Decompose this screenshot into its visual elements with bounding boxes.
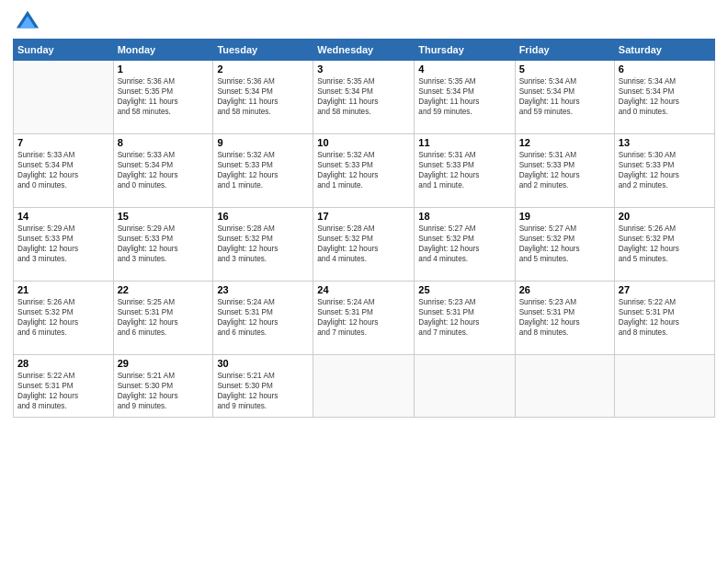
calendar-page: SundayMondayTuesdayWednesdayThursdayFrid… — [0, 0, 728, 563]
day-number: 2 — [217, 63, 309, 75]
day-info: Sunrise: 5:21 AMSunset: 5:30 PMDaylight:… — [118, 371, 210, 411]
day-number: 16 — [217, 211, 309, 222]
calendar-cell: 23Sunrise: 5:24 AMSunset: 5:31 PMDayligh… — [213, 282, 313, 355]
day-info: Sunrise: 5:32 AMSunset: 5:33 PMDaylight:… — [217, 150, 309, 190]
calendar-cell — [515, 355, 614, 418]
day-info: Sunrise: 5:28 AMSunset: 5:32 PMDaylight:… — [317, 224, 410, 264]
calendar-cell: 6Sunrise: 5:34 AMSunset: 5:34 PMDaylight… — [614, 61, 714, 134]
calendar-cell — [14, 61, 114, 134]
day-info: Sunrise: 5:26 AMSunset: 5:32 PMDaylight:… — [17, 297, 109, 338]
day-number: 21 — [17, 284, 109, 295]
day-info: Sunrise: 5:31 AMSunset: 5:33 PMDaylight:… — [519, 150, 610, 190]
day-info: Sunrise: 5:33 AMSunset: 5:34 PMDaylight:… — [17, 150, 109, 190]
calendar-cell: 5Sunrise: 5:34 AMSunset: 5:34 PMDaylight… — [515, 61, 614, 134]
calendar-cell: 20Sunrise: 5:26 AMSunset: 5:32 PMDayligh… — [614, 208, 714, 282]
day-info: Sunrise: 5:23 AMSunset: 5:31 PMDaylight:… — [519, 297, 610, 338]
header — [13, 9, 715, 31]
calendar-cell: 25Sunrise: 5:23 AMSunset: 5:31 PMDayligh… — [415, 282, 515, 355]
calendar-cell: 9Sunrise: 5:32 AMSunset: 5:33 PMDaylight… — [213, 134, 313, 208]
calendar-cell: 3Sunrise: 5:35 AMSunset: 5:34 PMDaylight… — [313, 61, 415, 134]
day-info: Sunrise: 5:28 AMSunset: 5:32 PMDaylight:… — [217, 224, 309, 264]
weekday-header-sunday: Sunday — [14, 40, 114, 61]
day-number: 22 — [118, 284, 210, 295]
weekday-header-saturday: Saturday — [614, 40, 714, 61]
day-info: Sunrise: 5:26 AMSunset: 5:32 PMDaylight:… — [619, 224, 711, 264]
day-number: 10 — [317, 137, 410, 148]
day-info: Sunrise: 5:35 AMSunset: 5:34 PMDaylight:… — [317, 76, 410, 117]
day-number: 4 — [418, 63, 510, 75]
calendar-cell: 26Sunrise: 5:23 AMSunset: 5:31 PMDayligh… — [515, 282, 614, 355]
day-info: Sunrise: 5:21 AMSunset: 5:30 PMDaylight:… — [217, 371, 309, 411]
day-number: 18 — [418, 211, 510, 222]
day-number: 5 — [519, 63, 610, 75]
day-number: 6 — [619, 63, 711, 75]
calendar-cell: 21Sunrise: 5:26 AMSunset: 5:32 PMDayligh… — [14, 282, 114, 355]
week-row-2: 7Sunrise: 5:33 AMSunset: 5:34 PMDaylight… — [14, 134, 715, 208]
week-row-4: 21Sunrise: 5:26 AMSunset: 5:32 PMDayligh… — [14, 282, 715, 355]
day-number: 13 — [619, 137, 711, 148]
calendar-cell: 7Sunrise: 5:33 AMSunset: 5:34 PMDaylight… — [14, 134, 114, 208]
calendar-cell: 27Sunrise: 5:22 AMSunset: 5:31 PMDayligh… — [614, 282, 714, 355]
day-info: Sunrise: 5:33 AMSunset: 5:34 PMDaylight:… — [118, 150, 210, 190]
week-row-5: 28Sunrise: 5:22 AMSunset: 5:31 PMDayligh… — [14, 355, 715, 418]
calendar-cell — [313, 355, 415, 418]
day-info: Sunrise: 5:24 AMSunset: 5:31 PMDaylight:… — [317, 297, 410, 338]
day-number: 9 — [217, 137, 309, 148]
day-number: 24 — [317, 284, 410, 295]
week-row-1: 1Sunrise: 5:36 AMSunset: 5:35 PMDaylight… — [14, 61, 715, 134]
weekday-header-wednesday: Wednesday — [313, 40, 415, 61]
day-number: 17 — [317, 211, 410, 222]
day-number: 12 — [519, 137, 610, 148]
day-info: Sunrise: 5:30 AMSunset: 5:33 PMDaylight:… — [619, 150, 711, 190]
day-info: Sunrise: 5:29 AMSunset: 5:33 PMDaylight:… — [118, 224, 210, 264]
weekday-header-friday: Friday — [515, 40, 614, 61]
weekday-header-row: SundayMondayTuesdayWednesdayThursdayFrid… — [14, 40, 715, 61]
calendar-cell: 1Sunrise: 5:36 AMSunset: 5:35 PMDaylight… — [113, 61, 213, 134]
day-number: 19 — [519, 211, 610, 222]
calendar-cell: 17Sunrise: 5:28 AMSunset: 5:32 PMDayligh… — [313, 208, 415, 282]
day-info: Sunrise: 5:23 AMSunset: 5:31 PMDaylight:… — [418, 297, 510, 338]
weekday-header-thursday: Thursday — [415, 40, 515, 61]
logo-icon — [15, 9, 40, 35]
calendar-cell: 10Sunrise: 5:32 AMSunset: 5:33 PMDayligh… — [313, 134, 415, 208]
calendar-cell: 11Sunrise: 5:31 AMSunset: 5:33 PMDayligh… — [415, 134, 515, 208]
day-info: Sunrise: 5:29 AMSunset: 5:33 PMDaylight:… — [17, 224, 109, 264]
calendar-cell: 15Sunrise: 5:29 AMSunset: 5:33 PMDayligh… — [113, 208, 213, 282]
calendar-cell: 16Sunrise: 5:28 AMSunset: 5:32 PMDayligh… — [213, 208, 313, 282]
day-number: 29 — [118, 358, 210, 369]
day-info: Sunrise: 5:32 AMSunset: 5:33 PMDaylight:… — [317, 150, 410, 190]
calendar-cell: 14Sunrise: 5:29 AMSunset: 5:33 PMDayligh… — [14, 208, 114, 282]
day-number: 30 — [217, 358, 309, 369]
day-number: 14 — [17, 211, 109, 222]
day-number: 20 — [619, 211, 711, 222]
calendar-cell — [614, 355, 714, 418]
day-info: Sunrise: 5:36 AMSunset: 5:34 PMDaylight:… — [217, 76, 309, 117]
calendar-cell: 19Sunrise: 5:27 AMSunset: 5:32 PMDayligh… — [515, 208, 614, 282]
day-number: 27 — [619, 284, 711, 295]
week-row-3: 14Sunrise: 5:29 AMSunset: 5:33 PMDayligh… — [14, 208, 715, 282]
day-number: 8 — [118, 137, 210, 148]
weekday-header-tuesday: Tuesday — [213, 40, 313, 61]
calendar-cell: 28Sunrise: 5:22 AMSunset: 5:31 PMDayligh… — [14, 355, 114, 418]
day-number: 7 — [17, 137, 109, 148]
day-number: 11 — [418, 137, 510, 148]
calendar-cell: 13Sunrise: 5:30 AMSunset: 5:33 PMDayligh… — [614, 134, 714, 208]
calendar-cell: 8Sunrise: 5:33 AMSunset: 5:34 PMDaylight… — [113, 134, 213, 208]
day-number: 26 — [519, 284, 610, 295]
calendar-cell: 22Sunrise: 5:25 AMSunset: 5:31 PMDayligh… — [113, 282, 213, 355]
day-info: Sunrise: 5:34 AMSunset: 5:34 PMDaylight:… — [619, 76, 711, 117]
calendar-cell: 18Sunrise: 5:27 AMSunset: 5:32 PMDayligh… — [415, 208, 515, 282]
day-number: 28 — [17, 358, 109, 369]
day-info: Sunrise: 5:27 AMSunset: 5:32 PMDaylight:… — [519, 224, 610, 264]
calendar-cell — [415, 355, 515, 418]
calendar-cell: 29Sunrise: 5:21 AMSunset: 5:30 PMDayligh… — [113, 355, 213, 418]
calendar-cell: 12Sunrise: 5:31 AMSunset: 5:33 PMDayligh… — [515, 134, 614, 208]
day-number: 15 — [118, 211, 210, 222]
day-info: Sunrise: 5:24 AMSunset: 5:31 PMDaylight:… — [217, 297, 309, 338]
calendar-cell: 24Sunrise: 5:24 AMSunset: 5:31 PMDayligh… — [313, 282, 415, 355]
day-info: Sunrise: 5:22 AMSunset: 5:31 PMDaylight:… — [619, 297, 711, 338]
calendar-table: SundayMondayTuesdayWednesdayThursdayFrid… — [13, 39, 715, 418]
day-info: Sunrise: 5:25 AMSunset: 5:31 PMDaylight:… — [118, 297, 210, 338]
day-number: 1 — [118, 63, 210, 75]
day-info: Sunrise: 5:35 AMSunset: 5:34 PMDaylight:… — [418, 76, 510, 117]
